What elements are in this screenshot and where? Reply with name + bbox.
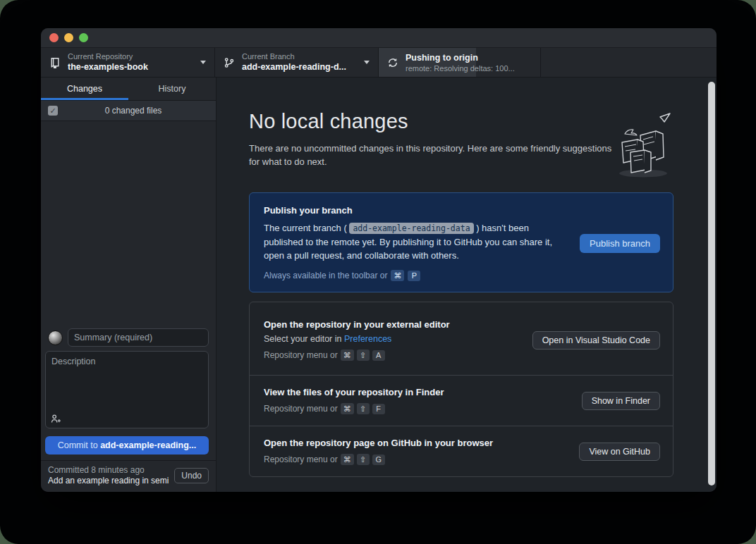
- zoom-window-button[interactable]: [79, 33, 88, 42]
- publish-card-body: Publish your branch The current branch (…: [264, 205, 568, 281]
- preferences-link[interactable]: Preferences: [344, 334, 391, 344]
- publish-text-before: The current branch (: [264, 223, 349, 233]
- last-commit-message: Add an example reading in semi-...: [48, 476, 169, 486]
- publish-card-text: The current branch ( add-example-reading…: [264, 221, 560, 262]
- tab-changes[interactable]: Changes: [41, 78, 128, 100]
- push-status: remote: Resolving deltas: 100...: [406, 63, 532, 73]
- show-in-finder-row: View the files of your repository in Fin…: [250, 375, 673, 426]
- titlebar: [41, 28, 717, 48]
- repository-text: Current Repository the-examples-book: [68, 52, 193, 73]
- commit-button-branch: add-example-reading...: [100, 440, 196, 450]
- show-in-finder-body: View the files of your repository in Fin…: [264, 387, 571, 414]
- publish-branch-button[interactable]: Publish branch: [580, 234, 660, 253]
- select-editor-line: Select your editor in Preferences: [264, 334, 521, 344]
- summary-input[interactable]: [68, 328, 209, 347]
- open-in-vscode-button[interactable]: Open in Visual Studio Code: [532, 331, 660, 350]
- changed-files-row: ✓ 0 changed files: [41, 101, 216, 121]
- last-commit-bar: Committed 8 minutes ago Add an example r…: [41, 460, 216, 492]
- view-on-github-shortcut: Repository menu or ⌘ ⇧ G: [264, 454, 568, 465]
- no-changes-illustration-icon: [601, 111, 677, 181]
- cmd-key: ⌘: [341, 350, 354, 361]
- publish-branch-card: Publish your branch The current branch (…: [249, 192, 673, 292]
- add-coauthor-icon[interactable]: [51, 414, 61, 424]
- repository-name: the-examples-book: [68, 61, 193, 73]
- show-in-finder-title: View the files of your repository in Fin…: [264, 387, 571, 397]
- commit-button-prefix: Commit to: [58, 440, 100, 450]
- publish-card-footer: Always available in the toolbar or ⌘ P: [264, 270, 568, 281]
- minimize-window-button[interactable]: [64, 33, 73, 42]
- select-editor-text: Select your editor in: [264, 334, 344, 344]
- push-title: Pushing to origin: [406, 52, 532, 63]
- page-subtitle: There are no uncommitted changes in this…: [249, 142, 613, 168]
- repository-label: Current Repository: [68, 52, 193, 61]
- sidebar-tabs: Changes History: [41, 78, 216, 101]
- toolbar-spacer: [541, 48, 717, 77]
- open-editor-body: Open the repository in your external edi…: [264, 319, 521, 361]
- view-on-github-body: Open the repository page on GitHub in yo…: [264, 438, 568, 465]
- github-desktop-window: Current Repository the-examples-book Cur…: [41, 28, 717, 492]
- chevron-down-icon: [200, 61, 206, 64]
- branch-name: add-example-reading-d...: [242, 61, 357, 73]
- commit-button[interactable]: Commit to add-example-reading...: [45, 436, 209, 455]
- commit-form: Commit to add-example-reading...: [41, 324, 216, 460]
- sidebar: Changes History ✓ 0 changed files: [41, 78, 217, 492]
- tab-history[interactable]: History: [128, 78, 216, 100]
- f-key: F: [372, 404, 385, 414]
- push-to-origin-button[interactable]: Pushing to origin remote: Resolving delt…: [379, 48, 541, 77]
- p-key: P: [408, 271, 420, 281]
- shift-key: ⇧: [357, 350, 370, 361]
- avatar: [48, 330, 63, 345]
- a-key: A: [372, 350, 385, 361]
- git-branch-icon: [224, 57, 235, 68]
- toolbar: Current Repository the-examples-book Cur…: [41, 48, 717, 78]
- main-panel: No local changes There are no uncommitte…: [217, 78, 717, 492]
- shift-key: ⇧: [357, 454, 370, 465]
- scrollbar[interactable]: [708, 82, 715, 486]
- sync-icon: [387, 57, 398, 68]
- publish-card-title: Publish your branch: [264, 205, 568, 216]
- publish-footer-text: Always available in the toolbar or: [264, 271, 387, 280]
- undo-button[interactable]: Undo: [174, 468, 209, 483]
- last-commit-text: Committed 8 minutes ago Add an example r…: [48, 465, 169, 486]
- last-commit-time: Committed 8 minutes ago: [48, 465, 169, 476]
- show-in-finder-shortcut: Repository menu or ⌘ ⇧ F: [264, 403, 571, 414]
- cmd-key: ⌘: [391, 270, 404, 281]
- show-in-finder-button[interactable]: Show in Finder: [582, 392, 660, 410]
- select-all-checkbox[interactable]: ✓: [48, 106, 58, 116]
- open-editor-shortcut: Repository menu or ⌘ ⇧ A: [264, 350, 521, 361]
- shortcut-prefix: Repository menu or: [264, 455, 338, 464]
- shortcut-prefix: Repository menu or: [264, 404, 338, 414]
- description-input[interactable]: [45, 351, 209, 428]
- open-editor-title: Open the repository in your external edi…: [264, 319, 521, 330]
- branch-label: Current Branch: [242, 52, 357, 61]
- shift-key: ⇧: [357, 403, 370, 414]
- repo-icon: [49, 57, 61, 68]
- close-window-button[interactable]: [49, 33, 59, 42]
- view-on-github-button[interactable]: View on GitHub: [579, 443, 660, 461]
- description-wrap: [45, 351, 209, 431]
- view-on-github-row: Open the repository page on GitHub in yo…: [250, 426, 673, 476]
- branch-text: Current Branch add-example-reading-d...: [242, 52, 357, 73]
- cmd-key: ⌘: [341, 454, 354, 465]
- branch-name-chip: add-example-reading-data: [349, 223, 473, 234]
- shortcut-prefix: Repository menu or: [264, 350, 338, 360]
- g-key: G: [372, 455, 385, 465]
- main-content: No local changes There are no uncommitte…: [249, 110, 673, 477]
- changed-files-count: 0 changed files: [58, 106, 209, 116]
- push-text: Pushing to origin remote: Resolving delt…: [406, 52, 532, 73]
- current-branch-dropdown[interactable]: Current Branch add-example-reading-d...: [215, 48, 379, 77]
- summary-row: [48, 328, 209, 347]
- file-list-empty-area: [41, 121, 216, 324]
- current-repository-dropdown[interactable]: Current Repository the-examples-book: [41, 48, 215, 77]
- view-on-github-title: Open the repository page on GitHub in yo…: [264, 438, 568, 448]
- cmd-key: ⌘: [341, 403, 354, 414]
- suggestions-card: Open the repository in your external edi…: [249, 302, 673, 477]
- open-editor-row: Open the repository in your external edi…: [250, 302, 673, 375]
- chevron-down-icon: [364, 61, 370, 64]
